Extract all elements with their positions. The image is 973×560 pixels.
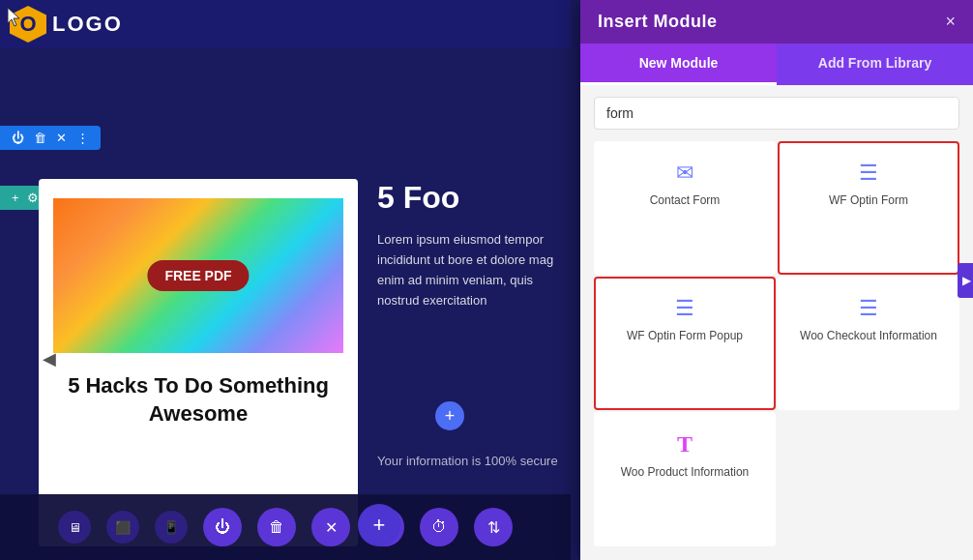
modal-title: Insert Module [598, 12, 718, 32]
header-bar: O LOGO [0, 0, 571, 48]
module-woo-product[interactable]: T Woo Product Information [594, 412, 776, 546]
secure-text: Your information is 100% secure [377, 454, 558, 468]
add-row-icon[interactable]: + [12, 191, 19, 205]
module-contact-form[interactable]: ✉ Contact Form [594, 141, 776, 275]
prev-arrow[interactable]: ◀ [43, 348, 56, 369]
power-icon[interactable]: ⏻ [12, 131, 24, 145]
modal-expand-arrow[interactable]: ▶ [958, 263, 973, 298]
contact-form-icon: ✉ [676, 161, 693, 186]
book-cover: FREE PDF [53, 198, 343, 353]
module-wf-optin-form[interactable]: ☰ WF Optin Form [778, 141, 959, 275]
woo-checkout-icon: ☰ [859, 296, 878, 321]
module-grid: ✉ Contact Form ☰ WF Optin Form ☰ WF Opti… [580, 141, 973, 560]
book-card: FREE PDF 5 Hacks To Do Something Awesome [39, 179, 358, 546]
tab-new-module[interactable]: New Module [580, 44, 777, 85]
module-woo-product-label: Woo Product Information [621, 465, 750, 479]
modal-close-button[interactable]: × [945, 12, 956, 32]
page-body-text: Lorem ipsum eiusmod tempor incididunt ut… [377, 230, 561, 310]
module-search-input[interactable] [594, 97, 959, 130]
view-tablet-icon[interactable]: ⬛ [106, 511, 139, 544]
tab-add-from-library[interactable]: Add From Library [777, 44, 973, 85]
element-toolbar: ⏻ 🗑 ✕ ⋮ [0, 126, 101, 150]
add-content-button[interactable]: + [435, 401, 464, 430]
module-search-container [580, 85, 973, 141]
more-icon[interactable]: ⋮ [76, 131, 89, 145]
sort-bottom-icon[interactable]: ⇅ [474, 508, 513, 546]
module-wf-optin-form-popup-label: WF Optin Form Popup [627, 329, 743, 342]
close-bottom-icon[interactable]: ✕ [311, 508, 350, 546]
woo-product-icon: T [677, 431, 693, 457]
trash-icon[interactable]: 🗑 [34, 131, 46, 145]
close-icon[interactable]: ✕ [56, 131, 67, 145]
insert-module-modal: Insert Module × New Module Add From Libr… [580, 0, 973, 560]
module-wf-optin-form-label: WF Optin Form [829, 193, 908, 207]
trash-bottom-icon[interactable]: 🗑 [257, 508, 296, 546]
wf-optin-popup-icon: ☰ [675, 296, 694, 321]
fab-add-button[interactable]: + [358, 504, 400, 546]
view-mobile-icon[interactable]: 📱 [155, 511, 188, 544]
logo-diamond: O [10, 6, 46, 43]
module-contact-form-label: Contact Form [650, 193, 721, 207]
timer-bottom-icon[interactable]: ⏱ [420, 508, 458, 546]
modal-header: Insert Module × [580, 0, 973, 44]
main-content-area: 5 Foo Lorem ipsum eiusmod tempor incidid… [377, 179, 561, 311]
module-woo-checkout-label: Woo Checkout Information [800, 329, 937, 342]
book-badge: FREE PDF [147, 260, 249, 291]
modal-tabs: New Module Add From Library [580, 44, 973, 85]
power-bottom-icon[interactable]: ⏻ [203, 508, 242, 546]
wf-optin-form-icon: ☰ [859, 161, 878, 186]
settings-icon[interactable]: ⚙ [27, 191, 39, 205]
book-title: 5 Hacks To Do Something Awesome [53, 372, 343, 427]
page-title: 5 Foo [377, 179, 561, 216]
bottom-toolbar: 🖥 ⬛ 📱 + ⏻ 🗑 ✕ ⚙ ⏱ ⇅ [0, 494, 571, 560]
module-woo-checkout[interactable]: ☰ Woo Checkout Information [778, 277, 959, 410]
module-wf-optin-form-popup[interactable]: ☰ WF Optin Form Popup [594, 277, 776, 410]
logo-text: LOGO [52, 12, 123, 37]
view-desktop-icon[interactable]: 🖥 [58, 511, 91, 544]
